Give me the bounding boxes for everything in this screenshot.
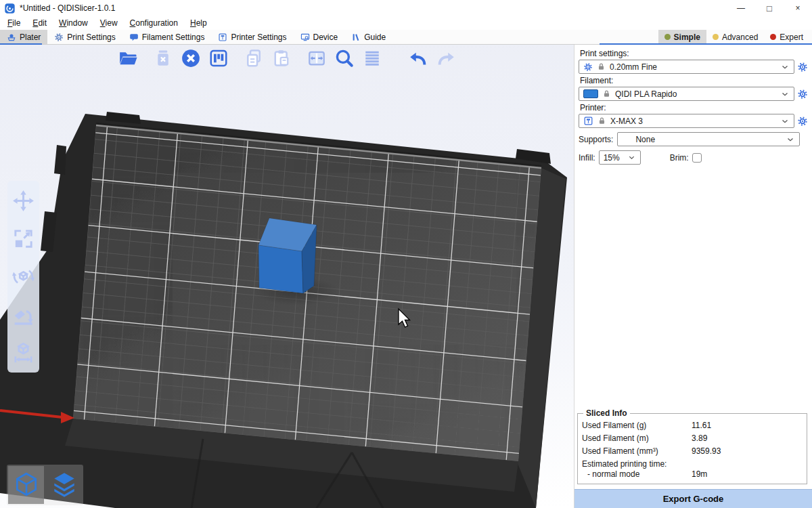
maximize-button[interactable]: □ bbox=[755, 0, 784, 16]
mode-simple[interactable]: Simple bbox=[658, 30, 706, 44]
expert-dot-icon bbox=[770, 34, 776, 40]
lock-icon bbox=[597, 117, 606, 125]
paste-button[interactable] bbox=[270, 47, 293, 70]
sliced-info-row: Used Filament (m) 3.89 bbox=[582, 431, 803, 444]
layers-icon bbox=[50, 469, 78, 501]
print-settings-value: 0.20mm Fine bbox=[610, 62, 657, 72]
infill-label: Infill: bbox=[579, 153, 595, 163]
3d-viewport[interactable] bbox=[0, 45, 574, 508]
filament-gear-button[interactable] bbox=[797, 88, 809, 100]
print-settings-gear-button[interactable] bbox=[797, 61, 809, 73]
settings-panel: Print settings: 0.20mm Fine Filament: QI… bbox=[574, 45, 812, 508]
chevron-down-icon bbox=[780, 89, 790, 99]
preview-view-button[interactable] bbox=[46, 466, 82, 504]
print-settings-label: Print settings: bbox=[580, 49, 809, 58]
tab-filament-settings[interactable]: Filament Settings bbox=[122, 30, 212, 44]
menu-bar: File Edit Window View Configuration Help bbox=[0, 16, 812, 30]
sliced-info-row: Used Filament (mm³) 9359.93 bbox=[582, 444, 803, 457]
variable-layer-height-button[interactable] bbox=[361, 47, 384, 70]
filament-label: Filament: bbox=[580, 76, 809, 85]
menu-help[interactable]: Help bbox=[184, 17, 213, 29]
filament-combo[interactable]: QIDI PLA Rapido bbox=[579, 87, 794, 101]
tab-guide[interactable]: Guide bbox=[344, 30, 392, 44]
measure-tool-button[interactable] bbox=[12, 341, 35, 364]
printer-value: X-MAX 3 bbox=[610, 117, 643, 126]
gear-icon bbox=[583, 62, 593, 72]
mode-expert[interactable]: Expert bbox=[764, 30, 809, 44]
printer-label: Printer: bbox=[580, 103, 809, 112]
plater-toolbar bbox=[0, 47, 574, 70]
tab-label: Printer Settings bbox=[231, 33, 286, 42]
infill-combo[interactable]: 15% bbox=[599, 150, 641, 165]
tab-label: Guide bbox=[364, 33, 386, 42]
close-button[interactable]: × bbox=[784, 0, 812, 16]
split-button[interactable] bbox=[305, 47, 328, 70]
tab-label: Filament Settings bbox=[142, 33, 205, 42]
mode-switcher: Simple Advanced Expert bbox=[658, 30, 812, 44]
gizmo-toolbar bbox=[7, 181, 39, 373]
printer-icon bbox=[583, 116, 593, 126]
open-file-button[interactable] bbox=[116, 47, 139, 70]
advanced-dot-icon bbox=[713, 34, 719, 40]
chevron-down-icon bbox=[627, 153, 636, 162]
menu-configuration[interactable]: Configuration bbox=[124, 17, 184, 29]
model-cube[interactable] bbox=[258, 218, 317, 293]
qidislicer-window: { "window": { "title": "*Untitled - QIDI… bbox=[0, 0, 812, 508]
arrange-button[interactable] bbox=[207, 47, 230, 70]
mode-label: Simple bbox=[674, 33, 700, 42]
sliced-info-row: Used Filament (g) 11.61 bbox=[582, 419, 803, 431]
filament-value: QIDI PLA Rapido bbox=[615, 89, 677, 99]
supports-combo[interactable]: None bbox=[617, 132, 800, 146]
brim-label: Brim: bbox=[670, 153, 689, 163]
scale-tool-button[interactable] bbox=[12, 227, 35, 251]
lock-icon bbox=[602, 89, 611, 98]
print-bed-scene bbox=[0, 45, 574, 508]
minimize-button[interactable]: — bbox=[727, 0, 755, 16]
tab-label: Device bbox=[313, 33, 338, 42]
mode-label: Advanced bbox=[722, 33, 758, 42]
export-gcode-button[interactable]: Export G-code bbox=[574, 489, 812, 508]
chevron-down-icon bbox=[780, 117, 790, 126]
cube-3d-icon bbox=[12, 469, 41, 501]
supports-label: Supports: bbox=[579, 135, 613, 144]
tab-device[interactable]: Device bbox=[294, 30, 345, 44]
menu-file[interactable]: File bbox=[1, 17, 26, 29]
tab-printer-settings[interactable]: Printer Settings bbox=[211, 30, 293, 44]
lock-icon bbox=[597, 62, 606, 71]
sliced-info-panel: Sliced Info Used Filament (g) 11.61 Used… bbox=[577, 408, 807, 484]
brim-checkbox[interactable] bbox=[692, 153, 702, 163]
editor-view-button[interactable] bbox=[8, 466, 44, 504]
move-tool-button[interactable] bbox=[12, 189, 35, 213]
redo-button[interactable] bbox=[434, 47, 457, 70]
device-icon bbox=[300, 33, 310, 42]
plater-icon bbox=[7, 33, 16, 42]
search-button[interactable] bbox=[333, 47, 356, 70]
printer-gear-button[interactable] bbox=[797, 115, 809, 127]
undo-button[interactable] bbox=[407, 47, 430, 70]
mode-advanced[interactable]: Advanced bbox=[706, 30, 764, 44]
printer-combo[interactable]: X-MAX 3 bbox=[579, 114, 794, 128]
print-settings-combo[interactable]: 0.20mm Fine bbox=[579, 60, 794, 74]
delete-button[interactable] bbox=[152, 47, 175, 70]
main-tab-bar: Plater Print Settings Filament Settings … bbox=[0, 30, 812, 45]
title-bar: *Untitled - QIDISlicer-1.0.1 — □ × bbox=[0, 0, 812, 16]
delete-all-button[interactable] bbox=[179, 47, 202, 70]
gear-icon bbox=[54, 33, 64, 42]
tab-label: Plater bbox=[20, 33, 41, 42]
copy-button[interactable] bbox=[242, 47, 265, 70]
chevron-down-icon bbox=[786, 135, 795, 144]
filament-icon bbox=[129, 33, 139, 42]
place-on-face-tool-button[interactable] bbox=[12, 303, 35, 326]
tab-print-settings[interactable]: Print Settings bbox=[47, 30, 122, 44]
simple-dot-icon bbox=[664, 34, 671, 40]
menu-edit[interactable]: Edit bbox=[26, 17, 53, 29]
guide-icon bbox=[351, 33, 361, 42]
chevron-down-icon bbox=[780, 62, 790, 72]
mode-label: Expert bbox=[780, 33, 803, 42]
filament-color-swatch bbox=[583, 89, 598, 98]
menu-window[interactable]: Window bbox=[53, 17, 94, 29]
menu-view[interactable]: View bbox=[94, 17, 124, 29]
tab-plater[interactable]: Plater bbox=[0, 30, 47, 44]
printer-icon bbox=[218, 33, 227, 42]
rotate-tool-button[interactable] bbox=[12, 265, 35, 289]
